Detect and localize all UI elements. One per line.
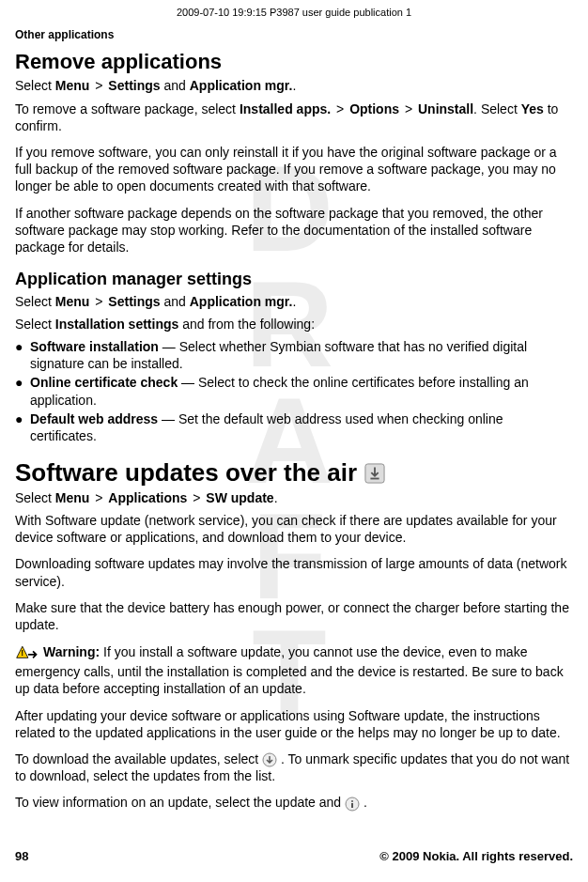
nav-sep: > [95, 77, 102, 94]
nav-appmgr: Application mgr. [190, 294, 293, 309]
paragraph-remove-steps: To remove a software package, select Ins… [15, 101, 573, 134]
nav-uninstall: Uninstall [418, 101, 473, 116]
info-icon [345, 797, 360, 812]
item-label: Online certificate check [30, 375, 178, 390]
paragraph-view-info: To view information on an update, select… [15, 794, 573, 811]
nav-appmgr: Application mgr. [190, 78, 293, 93]
text: Select [15, 317, 55, 332]
nav-settings: Settings [108, 78, 160, 93]
nav-install-settings: Installation settings [55, 317, 178, 332]
nav-sw-update: SW update [206, 490, 273, 505]
nav-sep: > [336, 101, 344, 117]
paragraph-remove-note2: If another software package depends on t… [15, 205, 573, 256]
settings-list: Software installation — Select whether S… [15, 338, 573, 444]
chapter-label: Other applications [15, 28, 573, 43]
warning-icon: ! [15, 644, 39, 663]
nav-path-appmgr: Select Menu > Settings and Application m… [15, 293, 573, 310]
nav-options: Options [349, 101, 399, 116]
svg-text:!: ! [21, 648, 23, 658]
text: To view information on an update, select… [15, 795, 345, 810]
item-label: Default web address [30, 411, 158, 426]
text: . Select [473, 101, 521, 116]
install-settings-line: Select Installation settings and from th… [15, 316, 573, 333]
copyright: © 2009 Nokia. All rights reserved. [379, 849, 573, 865]
nav-applications: Applications [108, 490, 187, 505]
paragraph-download-updates: To download the available updates, selec… [15, 750, 573, 784]
nav-yes: Yes [521, 101, 544, 116]
text: . [360, 795, 367, 810]
nav-sep: > [95, 489, 102, 506]
paragraph-sw-battery: Make sure that the device battery has en… [15, 599, 573, 633]
nav-menu: Menu [55, 490, 90, 505]
svg-rect-7 [351, 803, 353, 808]
paragraph-sw-after-update: After updating your device software or a… [15, 707, 573, 741]
nav-and: and [163, 78, 185, 93]
page-footer: 98 © 2009 Nokia. All rights reserved. [15, 849, 573, 865]
nav-settings: Settings [108, 294, 160, 309]
paragraph-sw-data: Downloading software updates may involve… [15, 555, 573, 589]
download-icon [262, 752, 277, 767]
nav-sep: > [405, 101, 412, 117]
svg-point-6 [351, 800, 353, 802]
section-heading-sw-update: Software updates over the air [15, 457, 357, 489]
warning-block: ! Warning: If you install a software upd… [15, 642, 573, 697]
nav-sep: > [193, 489, 200, 506]
nav-and: and [163, 294, 185, 309]
warning-label: Warning: [43, 644, 100, 659]
nav-prefix: Select [15, 78, 55, 93]
sw-update-icon [364, 463, 385, 484]
list-item: Software installation — Select whether S… [15, 338, 573, 372]
paragraph-sw-desc: With Software update (network service), … [15, 512, 573, 546]
nav-menu: Menu [55, 294, 90, 309]
section-heading-remove: Remove applications [15, 49, 573, 76]
nav-path-remove: Select Menu > Settings and Application m… [15, 77, 573, 94]
nav-prefix: Select [15, 294, 55, 309]
nav-path-sw-update: Select Menu > Applications > SW update. [15, 489, 573, 506]
nav-sep: > [95, 293, 102, 310]
text: and from the following: [178, 317, 315, 332]
svg-rect-1 [371, 478, 379, 480]
list-item: Online certificate check — Select to che… [15, 374, 573, 408]
page-content: 2009-07-10 19:9:15 P3987 user guide publ… [0, 0, 588, 840]
text: To remove a software package, select [15, 101, 240, 116]
nav-menu: Menu [55, 78, 90, 93]
document-meta: 2009-07-10 19:9:15 P3987 user guide publ… [15, 6, 573, 19]
paragraph-remove-note1: If you remove software, you can only rei… [15, 144, 573, 195]
text: To download the available updates, selec… [15, 751, 262, 766]
section-heading-appmgr-settings: Application manager settings [15, 269, 573, 290]
nav-installed-apps: Installed apps. [240, 101, 331, 116]
page-number: 98 [15, 849, 28, 865]
list-item: Default web address — Set the default we… [15, 410, 573, 444]
item-label: Software installation [30, 339, 159, 354]
nav-prefix: Select [15, 490, 55, 505]
heading-row-sw-update: Software updates over the air [15, 457, 573, 489]
